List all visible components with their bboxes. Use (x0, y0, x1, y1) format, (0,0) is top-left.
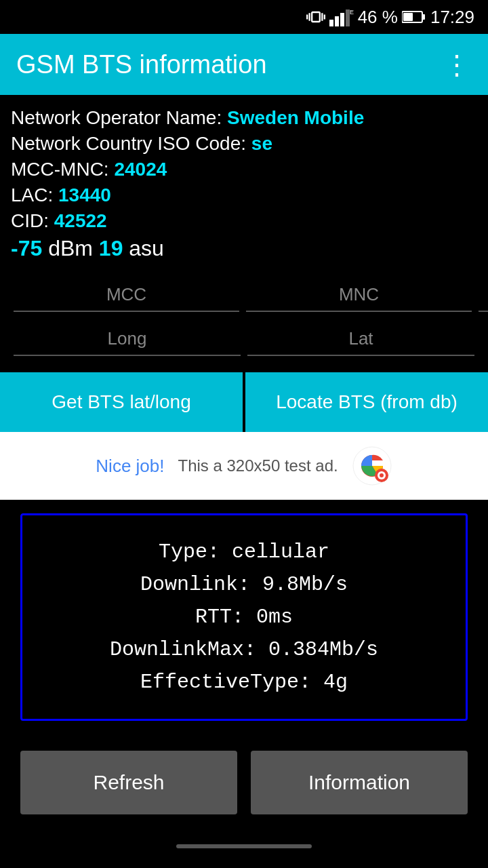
signal-icon: E (329, 7, 354, 26)
svg-point-11 (380, 473, 384, 477)
svg-rect-7 (403, 13, 413, 21)
bottom-buttons: Refresh Information (0, 734, 488, 831)
svg-text:E: E (350, 9, 354, 16)
operator-label: Network Operator Name: (11, 107, 227, 128)
app-bar: GSM BTS information ⋮ (0, 34, 488, 95)
svg-rect-1 (335, 16, 339, 26)
net-downlink-max: DownlinkMax: 0.384Mb/s (36, 633, 452, 666)
signal-line: -75 dBm 19 asu (11, 236, 477, 261)
svg-rect-6 (422, 14, 425, 20)
mccmnc-label: MCC-MNC: (11, 159, 114, 180)
locate-bts-button[interactable]: Locate BTS (from db) (245, 372, 488, 432)
information-button[interactable]: Information (251, 751, 468, 814)
asu-unit: asu (123, 236, 163, 260)
lat-input[interactable] (247, 323, 474, 356)
long-input[interactable] (14, 323, 241, 356)
net-downlink: Downlink: 9.8Mb/s (36, 568, 452, 601)
action-buttons: Get BTS lat/long Locate BTS (from db) (0, 372, 488, 432)
lac-label: LAC: (11, 184, 58, 205)
filter-row-1 (14, 279, 474, 312)
svg-rect-2 (340, 13, 344, 26)
cid-value: 42522 (54, 210, 107, 231)
home-bar (176, 844, 312, 848)
net-effective-type: EffectiveType: 4g (36, 666, 452, 698)
filter-section (0, 268, 488, 372)
net-type: Type: cellular (36, 536, 452, 568)
dbm-unit: dBm (42, 236, 99, 260)
refresh-button[interactable]: Refresh (20, 751, 237, 814)
country-value: se (251, 133, 272, 154)
mccmnc-line: MCC-MNC: 24024 (11, 159, 477, 180)
ad-nice-text: Nice job! (96, 456, 164, 477)
status-icons: E 46 % 17:29 (306, 7, 474, 28)
dbm-value: -75 (11, 236, 42, 260)
cid-label: CID: (11, 210, 54, 231)
vibrate-icon (306, 7, 325, 26)
ad-logo-icon (352, 446, 392, 486)
country-label: Network Country ISO Code: (11, 133, 251, 154)
operator-value: Sweden Mobile (227, 107, 364, 128)
lac-input[interactable] (479, 279, 488, 312)
net-info-box: Type: cellular Downlink: 9.8Mb/s RTT: 0m… (20, 513, 468, 721)
network-info-section: Network Operator Name: Sweden Mobile Net… (0, 95, 488, 268)
get-bts-button[interactable]: Get BTS lat/long (0, 372, 243, 432)
country-line: Network Country ISO Code: se (11, 133, 477, 155)
app-title: GSM BTS information (16, 50, 267, 79)
battery-text: 46 % (358, 7, 398, 28)
filter-row-2 (14, 323, 474, 356)
mccmnc-value: 24024 (114, 159, 167, 180)
status-bar: E 46 % 17:29 (0, 0, 488, 34)
mcc-input[interactable] (14, 279, 239, 312)
svg-rect-0 (329, 20, 333, 26)
lac-value: 13440 (58, 184, 111, 205)
cid-line: CID: 42522 (11, 210, 477, 232)
ad-banner: Nice job! This a 320x50 test ad. (0, 432, 488, 500)
home-indicator (0, 831, 488, 855)
mnc-input[interactable] (246, 279, 472, 312)
asu-value: 19 (99, 236, 123, 260)
lac-line: LAC: 13440 (11, 184, 477, 206)
battery-icon (402, 9, 426, 24)
time-text: 17:29 (430, 7, 474, 28)
ad-body-text: This a 320x50 test ad. (178, 456, 338, 475)
menu-icon[interactable]: ⋮ (443, 51, 472, 78)
operator-line: Network Operator Name: Sweden Mobile (11, 107, 477, 129)
net-rtt: RTT: 0ms (36, 601, 452, 633)
